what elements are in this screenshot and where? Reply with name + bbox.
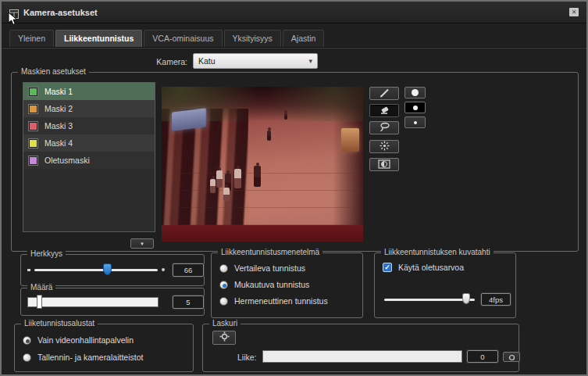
radio-icon[interactable] xyxy=(219,264,228,273)
platforms-title: Liiketunnistusalustat xyxy=(21,319,98,328)
eraser-icon xyxy=(379,104,390,118)
sensitivity-group: Herkkyys 66 xyxy=(20,254,205,286)
mask-list-item[interactable]: Maski 2 xyxy=(23,100,155,117)
mask-label: Maski 2 xyxy=(45,104,73,113)
amount-group: Määrä 5 xyxy=(20,288,205,316)
amount-slider-thumb[interactable] xyxy=(37,295,42,309)
method-option-comparative[interactable]: Vertaileva tunnistus xyxy=(219,263,305,273)
motion-level-label: Liike: xyxy=(237,353,257,362)
radio-icon-selected[interactable] xyxy=(219,281,228,289)
radio-icon[interactable] xyxy=(23,353,31,362)
title-bar[interactable]: Kamera-asetukset ✕ xyxy=(2,2,586,23)
amount-slider-track[interactable] xyxy=(27,297,159,307)
motion-mask-overlay xyxy=(162,87,363,242)
platform-option-vms-server[interactable]: Vain videonhallintapalvelin xyxy=(23,335,134,345)
mask-color-swatch xyxy=(29,139,37,148)
camera-settings-dialog: Kamera-asetukset ✕ Yleinen Liikkeentunni… xyxy=(0,0,588,376)
gear-icon xyxy=(219,331,230,345)
lasso-icon xyxy=(379,121,390,135)
tab-yleinen[interactable]: Yleinen xyxy=(9,30,54,47)
detection-method-title: Liikkeentunnistusmenetelmä xyxy=(218,248,323,256)
mask-list-item[interactable]: Maski 4 xyxy=(23,134,155,152)
radio-label: Hermeneuttinen tunnistus xyxy=(234,296,328,306)
camera-select-value: Katu xyxy=(198,56,216,66)
use-default-checkbox-row[interactable]: ✓ Käytä oletusarvoa xyxy=(383,263,464,272)
lasso-mask-button[interactable] xyxy=(369,121,399,134)
radio-icon[interactable] xyxy=(219,297,228,306)
invert-mask-icon xyxy=(378,158,390,172)
tab-liikkeentunnistus[interactable]: Liikkeentunnistus xyxy=(55,30,142,47)
mask-color-swatch xyxy=(29,156,37,165)
sensitivity-value[interactable]: 66 xyxy=(173,263,204,277)
counter-title: Laskuri xyxy=(209,319,241,328)
camera-select-label: Kamera: xyxy=(119,57,187,66)
mask-label: Maski 3 xyxy=(45,121,73,131)
radio-label: Mukautuva tunnistus xyxy=(234,280,309,289)
brush-size-small-button[interactable] xyxy=(404,116,426,128)
sensitivity-slider-thumb[interactable] xyxy=(103,263,112,275)
clear-mask-button[interactable] xyxy=(369,140,399,153)
video-preview[interactable] xyxy=(162,87,363,242)
mask-list-item[interactable]: Oletusmaski xyxy=(23,152,155,169)
reset-icon xyxy=(508,350,515,364)
sensitivity-title: Herkkyys xyxy=(27,249,66,258)
mask-list-expand-button[interactable]: ▼ xyxy=(130,238,154,249)
mask-list[interactable]: Maski 1 Maski 2 Maski 3 Maski 4 Oletusma… xyxy=(23,82,155,232)
counter-group: Laskuri Liike: 0 xyxy=(202,324,519,372)
slider-min-marker xyxy=(27,269,30,271)
checkbox-label: Käytä oletusarvoa xyxy=(398,263,464,272)
mask-list-item[interactable]: Maski 3 xyxy=(23,117,155,134)
mask-color-swatch xyxy=(29,105,37,113)
small-dot-icon xyxy=(414,121,417,124)
chevron-down-icon: ▾ xyxy=(308,57,312,65)
mask-label: Maski 1 xyxy=(45,87,73,96)
frame-rate-group: Liikkeentunnistuksen kuvatahti ✓ Käytä o… xyxy=(374,252,516,318)
amount-value[interactable]: 5 xyxy=(173,295,204,309)
frame-rate-slider-thumb[interactable] xyxy=(462,293,470,304)
camera-select[interactable]: Katu ▾ xyxy=(193,53,318,69)
mask-color-swatch xyxy=(29,122,37,131)
invert-mask-button[interactable] xyxy=(369,158,399,171)
frame-rate-title: Liikkeentunnistuksen kuvatahti xyxy=(381,248,494,256)
radio-label: Vertaileva tunnistus xyxy=(234,263,305,273)
checkbox-checked-icon[interactable]: ✓ xyxy=(383,263,392,272)
tab-ajastin[interactable]: Ajastin xyxy=(283,30,325,47)
platform-option-recorder-camera[interactable]: Tallennin- ja kameralaitteistot xyxy=(23,353,143,362)
close-button[interactable]: ✕ xyxy=(569,8,579,16)
tab-separator xyxy=(2,47,586,48)
clear-mask-icon xyxy=(380,140,390,154)
mask-settings-group: Maskien asetukset Maski 1 Maski 2 Maski … xyxy=(11,72,579,252)
motion-mask-bottom-band xyxy=(162,225,363,242)
method-option-adaptive[interactable]: Mukautuva tunnistus xyxy=(219,280,309,289)
frame-rate-slider-track[interactable] xyxy=(384,299,475,301)
mask-label: Maski 4 xyxy=(45,138,73,148)
tab-yksityisyys[interactable]: Yksityisyys xyxy=(224,30,281,47)
medium-dot-icon xyxy=(413,106,418,110)
radio-label: Tallennin- ja kameralaitteistot xyxy=(37,353,143,362)
platforms-group: Liiketunnistusalustat Vain videonhallint… xyxy=(14,324,194,372)
brush-size-large-button[interactable] xyxy=(404,87,426,98)
method-option-hermeneutic[interactable]: Hermeneuttinen tunnistus xyxy=(219,296,328,306)
mask-color-swatch xyxy=(29,88,37,96)
motion-counter-value: 0 xyxy=(467,350,498,363)
mask-list-item[interactable]: Maski 1 xyxy=(23,83,155,100)
counter-settings-button[interactable] xyxy=(212,331,236,345)
slider-max-marker xyxy=(162,268,165,271)
draw-mask-button[interactable] xyxy=(369,87,399,100)
tab-vca-ominaisuus[interactable]: VCA-ominaisuus xyxy=(144,30,222,47)
erase-mask-button[interactable] xyxy=(369,104,399,117)
mask-settings-title: Maskien asetukset xyxy=(18,67,89,76)
counter-reset-button[interactable] xyxy=(503,352,520,362)
radio-icon-selected[interactable] xyxy=(23,336,31,345)
window-icon xyxy=(9,8,19,17)
detection-method-group: Liikkeentunnistusmenetelmä Vertaileva tu… xyxy=(211,252,363,318)
amount-title: Määrä xyxy=(27,283,55,292)
motion-level-meter xyxy=(262,350,462,363)
frame-rate-value: 4fps xyxy=(481,293,511,306)
mask-label: Oletusmaski xyxy=(45,156,90,165)
radio-label: Vain videonhallintapalvelin xyxy=(37,335,134,345)
brush-size-medium-button[interactable] xyxy=(404,102,426,113)
tab-bar: Yleinen Liikkeentunnistus VCA-ominaisuus… xyxy=(9,30,324,47)
sensitivity-slider-track[interactable] xyxy=(34,269,158,271)
pen-icon xyxy=(379,87,390,101)
